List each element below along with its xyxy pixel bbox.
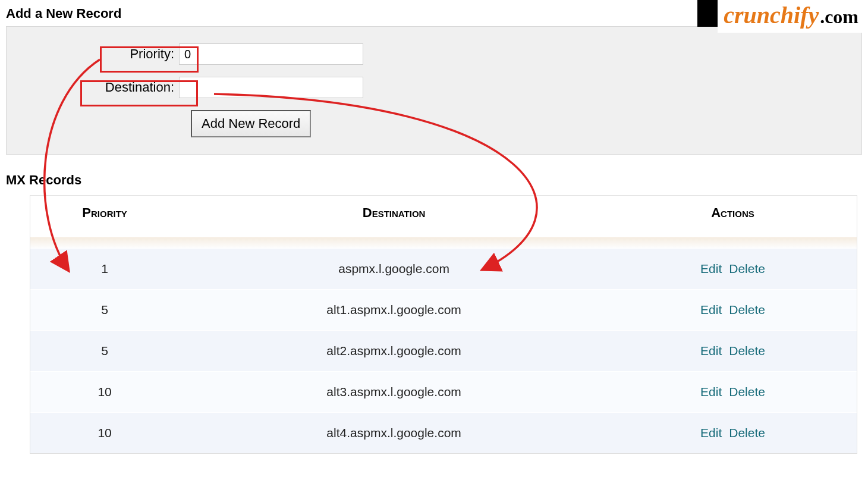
edit-link[interactable]: Edit [700, 262, 722, 275]
priority-label: Priority: [18, 46, 179, 62]
cell-actions: EditDelete [609, 249, 857, 290]
cell-priority: 1 [30, 249, 179, 290]
cell-destination: aspmx.l.google.com [179, 249, 609, 290]
cell-actions: EditDelete [609, 331, 857, 372]
cell-destination: alt2.aspmx.l.google.com [179, 331, 609, 372]
table-row: 10alt3.aspmx.l.google.comEditDelete [30, 372, 857, 413]
cell-actions: EditDelete [609, 290, 857, 331]
table-row: 5alt2.aspmx.l.google.comEditDelete [30, 331, 857, 372]
mx-records-table: Priority Destination Actions 1aspmx.l.go… [30, 195, 857, 454]
brand-logo: crunchify .com [697, 0, 864, 33]
edit-link[interactable]: Edit [700, 344, 722, 357]
logo-black-block [697, 0, 718, 27]
cell-priority: 5 [30, 290, 179, 331]
destination-label: Destination: [18, 80, 179, 95]
edit-link[interactable]: Edit [700, 303, 722, 316]
edit-link[interactable]: Edit [700, 426, 722, 440]
cell-actions: EditDelete [609, 413, 857, 454]
cell-destination: alt1.aspmx.l.google.com [179, 290, 609, 331]
cell-priority: 10 [30, 413, 179, 454]
header-divider-stripe [30, 237, 857, 248]
logo-brand-text: crunchify [724, 1, 819, 29]
delete-link[interactable]: Delete [729, 426, 765, 440]
delete-link[interactable]: Delete [729, 303, 765, 316]
cell-destination: alt4.aspmx.l.google.com [179, 413, 609, 454]
cell-destination: alt3.aspmx.l.google.com [179, 372, 609, 413]
col-header-actions: Actions [609, 196, 857, 237]
cell-actions: EditDelete [609, 372, 857, 413]
cell-priority: 5 [30, 331, 179, 372]
edit-link[interactable]: Edit [700, 385, 722, 398]
add-new-record-button[interactable]: Add New Record [191, 110, 311, 137]
col-header-destination: Destination [179, 196, 609, 237]
logo-suffix: .com [820, 6, 858, 28]
delete-link[interactable]: Delete [729, 385, 765, 398]
cell-priority: 10 [30, 372, 179, 413]
table-row: 10alt4.aspmx.l.google.comEditDelete [30, 413, 857, 454]
col-header-priority: Priority [30, 196, 179, 237]
mx-records-title: MX Records [6, 172, 862, 188]
table-row: 1aspmx.l.google.comEditDelete [30, 249, 857, 290]
table-row: 5alt1.aspmx.l.google.comEditDelete [30, 290, 857, 331]
add-record-panel: Priority: Destination: Add New Record [6, 26, 862, 155]
destination-input[interactable] [179, 77, 363, 98]
delete-link[interactable]: Delete [729, 262, 765, 275]
priority-input[interactable] [179, 43, 363, 65]
delete-link[interactable]: Delete [729, 344, 765, 357]
